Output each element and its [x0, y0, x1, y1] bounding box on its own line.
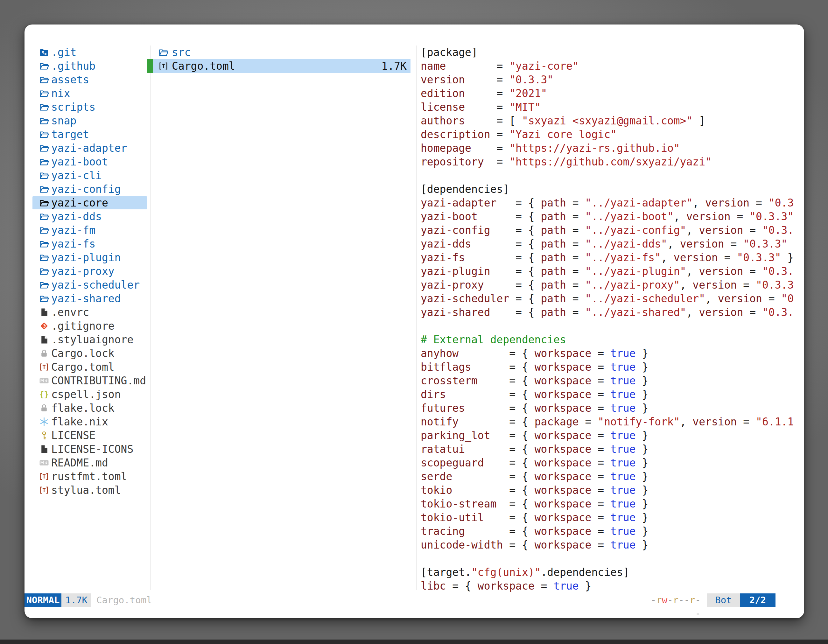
- file-name: yazi-shared: [51, 292, 121, 306]
- folder-icon: [39, 253, 49, 263]
- folder-row[interactable]: yazi-shared: [25, 292, 804, 306]
- folder-icon: [39, 294, 49, 304]
- svg-text:{}: {}: [39, 390, 49, 399]
- preview-code-line: tokio-stream = { workspace = true }: [421, 497, 793, 511]
- file-name: cspell.json: [51, 387, 121, 401]
- file-name: rustfmt.toml: [51, 470, 127, 483]
- file-name: yazi-cli: [51, 169, 102, 182]
- nix-icon: [39, 417, 49, 427]
- file-name: assets: [51, 73, 89, 86]
- file-name: yazi-plugin: [51, 251, 121, 265]
- folder-row[interactable]: yazi-config: [25, 182, 804, 196]
- json-icon: {}: [39, 389, 49, 399]
- file-name: Cargo.toml: [51, 360, 114, 374]
- file-row[interactable]: flake.nix: [25, 415, 804, 429]
- file-name: scripts: [51, 100, 96, 114]
- file-row[interactable]: LICENSE: [25, 429, 804, 442]
- key-icon: [39, 431, 49, 440]
- mode-badge: NORMAL: [25, 594, 61, 607]
- file-row[interactable]: LICENSE-ICONS: [25, 442, 804, 456]
- folder-row[interactable]: yazi-core: [25, 196, 804, 210]
- folder-row[interactable]: target: [25, 128, 804, 141]
- file-row[interactable]: Cargo.lock: [25, 346, 804, 360]
- lock-icon: [39, 348, 49, 358]
- file-name: yazi-boot: [51, 155, 108, 169]
- file-name: yazi-scheduler: [51, 278, 140, 292]
- toml-icon: [39, 485, 49, 495]
- file-name: yazi-dds: [51, 210, 102, 223]
- folder-icon: [39, 212, 49, 221]
- file-size-badge: 1.7K: [61, 594, 91, 607]
- markdown-icon: [39, 376, 49, 385]
- file-row[interactable]: {}cspell.json: [25, 387, 804, 401]
- file-row[interactable]: .styluaignore: [25, 333, 804, 346]
- file-row[interactable]: CONTRIBUTING.md: [25, 374, 804, 387]
- preview-code-line: unicode-width = { workspace = true }: [421, 538, 793, 552]
- file-row[interactable]: .envrc: [25, 306, 804, 319]
- folder-row[interactable]: yazi-fm: [25, 223, 804, 237]
- file-name: yazi-core: [51, 196, 108, 210]
- file-name: yazi-fm: [51, 223, 96, 237]
- markdown-icon: [39, 458, 49, 468]
- folder-row[interactable]: yazi-fs: [25, 237, 804, 251]
- file-counter-badge: 2/2: [740, 594, 776, 607]
- git-icon: [39, 321, 49, 331]
- file-row[interactable]: stylua.toml: [25, 483, 804, 497]
- folder-icon: [39, 116, 49, 126]
- yazi-window: .git .github assets nix scripts snap tar…: [25, 25, 804, 618]
- folder-icon: [158, 47, 168, 57]
- toml-icon: [158, 61, 168, 71]
- folder-row[interactable]: yazi-scheduler: [25, 278, 804, 292]
- folder-icon: [39, 266, 49, 276]
- folder-icon: [39, 225, 49, 235]
- file-name: stylua.toml: [51, 483, 121, 497]
- file-size: 1.7K: [356, 59, 407, 73]
- parent-pane: .git .github assets nix scripts snap tar…: [25, 45, 804, 497]
- folder-row[interactable]: yazi-boot: [25, 155, 804, 169]
- file-name: Cargo.toml: [172, 59, 235, 73]
- folder-icon: [39, 157, 49, 167]
- folder-row[interactable]: yazi-plugin: [25, 251, 804, 265]
- preview-code-line: tokio-util = { workspace = true }: [421, 511, 793, 524]
- file-row[interactable]: README.md: [25, 456, 804, 470]
- preview-code-line: libc = { workspace = true }: [421, 579, 793, 593]
- folder-row[interactable]: assets: [25, 73, 804, 86]
- folder-row[interactable]: nix: [25, 86, 804, 100]
- toml-icon: [39, 362, 49, 372]
- file-name: src: [172, 45, 191, 59]
- file-row[interactable]: rustfmt.toml: [25, 470, 804, 483]
- file-icon: [39, 307, 49, 317]
- preview-code-line: tracing = { workspace = true }: [421, 524, 793, 538]
- file-name: .gitignore: [51, 319, 114, 333]
- file-row[interactable]: .gitignore: [25, 319, 804, 333]
- folder-row[interactable]: yazi-adapter: [25, 141, 804, 155]
- status-filename: Cargo.toml: [96, 594, 152, 607]
- folder-row[interactable]: snap: [25, 114, 804, 128]
- folder-row[interactable]: yazi-dds: [25, 210, 804, 223]
- folder-icon: [39, 280, 49, 290]
- folder-row[interactable]: yazi-proxy: [25, 265, 804, 278]
- folder-row[interactable]: src: [25, 45, 804, 59]
- file-name: LICENSE-ICONS: [51, 442, 133, 456]
- file-name: target: [51, 128, 89, 141]
- file-name: Cargo.lock: [51, 346, 114, 360]
- file-name: yazi-fs: [51, 237, 96, 251]
- folder-row[interactable]: scripts: [25, 100, 804, 114]
- file-icon: [39, 335, 49, 345]
- status-bar: NORMAL 1.7K Cargo.toml -rw-r--r-- Bot 2/…: [25, 594, 804, 607]
- toml-icon: [39, 472, 49, 481]
- preview-code-line: [target."cfg(unix)".dependencies]: [421, 566, 793, 579]
- folder-icon: [39, 102, 49, 112]
- file-name: flake.lock: [51, 401, 114, 415]
- file-row[interactable]: Cargo.toml: [25, 360, 804, 374]
- file-row[interactable]: flake.lock: [25, 401, 804, 415]
- file-name: yazi-adapter: [51, 141, 127, 155]
- file-name: .envrc: [51, 306, 89, 319]
- file-row[interactable]: Cargo.toml1.7K: [25, 59, 804, 73]
- file-name: README.md: [51, 456, 108, 470]
- folder-row[interactable]: yazi-cli: [25, 169, 804, 182]
- folder-icon: [39, 75, 49, 85]
- file-name: snap: [51, 114, 76, 128]
- folder-icon: [39, 130, 49, 139]
- folder-icon: [39, 184, 49, 194]
